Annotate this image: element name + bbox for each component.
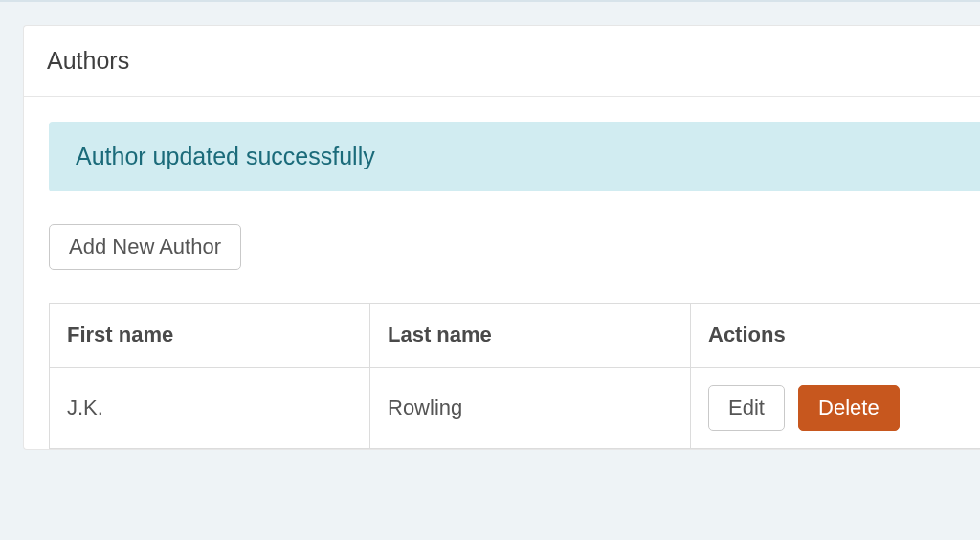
edit-button[interactable]: Edit (708, 385, 785, 431)
authors-table: First name Last name Actions J.K. Rowlin… (49, 303, 980, 449)
authors-panel: Authors Author updated successfully Add … (23, 25, 980, 450)
panel-title: Authors (47, 47, 957, 75)
cell-last-name: Rowling (370, 368, 691, 449)
table-header-row: First name Last name Actions (50, 304, 981, 368)
panel-body: Author updated successfully Add New Auth… (24, 97, 980, 449)
cell-first-name: J.K. (50, 368, 370, 449)
page-wrap: Authors Author updated successfully Add … (0, 0, 980, 540)
col-header-actions: Actions (691, 304, 981, 368)
col-header-first-name: First name (50, 304, 370, 368)
delete-button[interactable]: Delete (798, 385, 900, 431)
cell-actions: Edit Delete (691, 368, 981, 449)
add-new-author-button[interactable]: Add New Author (49, 224, 241, 270)
col-header-last-name: Last name (370, 304, 691, 368)
table-row: J.K. Rowling Edit Delete (50, 368, 981, 449)
panel-header: Authors (24, 26, 980, 97)
success-alert: Author updated successfully (49, 122, 980, 191)
